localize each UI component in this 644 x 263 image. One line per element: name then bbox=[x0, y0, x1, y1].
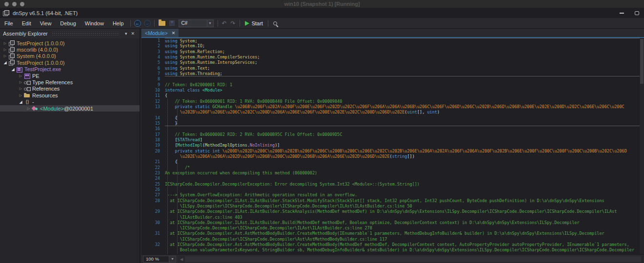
code-line-text: /* bbox=[165, 165, 644, 170]
line-number: 8 bbox=[141, 76, 165, 82]
code-line: \u202E\u206A\u206A\u202D\u206F\u206B\u20… bbox=[141, 154, 644, 159]
start-button[interactable]: Start bbox=[252, 20, 263, 26]
toolbar-separator bbox=[268, 20, 268, 27]
start-debugging-icon[interactable] bbox=[245, 21, 249, 26]
minimize-button[interactable] bbox=[620, 13, 624, 14]
menu-view[interactable]: View bbox=[36, 18, 56, 29]
code-line: 10internal class <Module> bbox=[141, 88, 644, 93]
tree-item[interactable]: ▷Type References bbox=[0, 79, 140, 85]
code-line-text: at ICSharpCode.Decompiler.Ast.AstMethodB… bbox=[165, 231, 644, 236]
code-line-text: at ICSharpCode.Decompiler.ILAst.ILAstBui… bbox=[165, 209, 644, 214]
expander-collapsed-icon[interactable]: ▷ bbox=[18, 80, 23, 84]
panel-menu-icon[interactable]: ▾ bbox=[123, 31, 129, 36]
code-editor[interactable]: 1using System;2using System.IO;3using Sy… bbox=[141, 38, 644, 254]
toolbar-separator bbox=[130, 20, 131, 27]
expander-collapsed-icon[interactable]: ▷ bbox=[18, 94, 23, 97]
code-line: \ILAstBuilder.cs:line 403 bbox=[141, 215, 644, 220]
code-line: 4using System.Runtime.CompilerServices; bbox=[141, 55, 644, 60]
expander-collapsed-icon[interactable]: ▷ bbox=[2, 48, 8, 52]
tab-close-icon[interactable]: ✕ bbox=[172, 31, 176, 36]
expander-collapsed-icon[interactable]: ▷ bbox=[18, 74, 23, 78]
expander-collapsed-icon[interactable]: ▷ bbox=[2, 54, 8, 58]
expander-expanded-icon[interactable]: ◢ bbox=[10, 67, 16, 72]
code-line-text: at ICSharpCode.Decompiler.ILAst.ILAstBui… bbox=[165, 198, 644, 204]
line-number bbox=[141, 154, 165, 159]
code-line-text: [STAThread] bbox=[165, 137, 644, 143]
line-number: 25 bbox=[141, 182, 165, 187]
tree-label: TestProject (1.0.0.0) bbox=[17, 60, 64, 66]
tree-item[interactable]: ◢TestProject (1.0.0.0) bbox=[0, 59, 140, 66]
assembly-icon bbox=[8, 60, 15, 65]
code-line: 11{ bbox=[141, 93, 644, 98]
chevron-down-icon[interactable]: ▼ bbox=[207, 20, 213, 27]
menu-file[interactable]: File bbox=[0, 18, 18, 29]
vm-window-title: win10 (Snapshot 1) [Running] bbox=[0, 1, 644, 7]
code-line: 21 { bbox=[141, 159, 644, 165]
toolbar-separator bbox=[218, 20, 218, 27]
horizontal-scrollbar[interactable]: ◀ bbox=[179, 256, 643, 263]
tree-item[interactable]: ▷PE bbox=[0, 73, 140, 79]
code-line-text: // Token: 0x06000001 RID: 1 RVA: 0x0000B… bbox=[165, 99, 644, 104]
code-line-text: { bbox=[165, 93, 644, 98]
zoom-chevron-down-icon[interactable]: ▼ bbox=[169, 256, 176, 263]
code-line-text: { bbox=[165, 159, 644, 165]
expander-collapsed-icon[interactable]: ▷ bbox=[2, 41, 8, 45]
tree-item[interactable]: ◢TestProject.exe bbox=[0, 66, 140, 73]
indent-guide bbox=[177, 99, 178, 127]
tree-item[interactable]: ▷mscorlib (4.0.0.0) bbox=[0, 46, 140, 53]
folder-icon bbox=[24, 93, 30, 98]
code-line: \u202B\u206F\u206E\u206C\u202C\u200D\u20… bbox=[141, 110, 644, 115]
tree-label: <Module> bbox=[40, 106, 64, 112]
scroll-left-icon[interactable]: ◀ bbox=[180, 257, 183, 262]
code-line: 9// Token: 0x02000001 RID: 1 bbox=[141, 82, 644, 88]
code-line: 15 } bbox=[141, 121, 644, 126]
code-line-text: \u202E\u206A\u206A\u202D\u206F\u206B\u20… bbox=[165, 154, 644, 159]
tree-item[interactable]: ▷System (4.0.0.0) bbox=[0, 53, 140, 59]
line-number: 6 bbox=[141, 66, 165, 71]
tree-item[interactable]: ▷<Module> @02000001 bbox=[0, 105, 140, 112]
menu-help[interactable]: Help bbox=[108, 18, 128, 29]
tree-item[interactable]: ▷References bbox=[0, 86, 140, 92]
code-line-text: An exception occurred when decompiling t… bbox=[165, 170, 644, 176]
line-number: 3 bbox=[141, 49, 165, 55]
editor-area: <Module> ✕ 1using System;2using System.I… bbox=[141, 29, 644, 263]
tree-label: References bbox=[32, 86, 60, 92]
expander-expanded-icon[interactable]: ◢ bbox=[2, 60, 8, 65]
horizontal-scrollbar-thumb[interactable] bbox=[185, 256, 641, 262]
menu-window[interactable]: Window bbox=[80, 18, 108, 29]
line-number: 17 bbox=[141, 132, 165, 137]
code-line: 31 at ICSharpCode.Decompiler.Ast.AstMeth… bbox=[141, 231, 644, 236]
forward-icon: → bbox=[144, 20, 151, 27]
search-icon[interactable] bbox=[273, 21, 277, 25]
code-line-text: \ILSpy.Decompiler\ICSharpCode.Decompiler… bbox=[165, 204, 644, 209]
tree-item[interactable]: ▷TestProject (1.0.0.0) bbox=[0, 40, 140, 46]
tree-item[interactable]: ▷Resources bbox=[0, 92, 140, 98]
line-number: 15 bbox=[141, 121, 165, 126]
braces-icon: { } bbox=[24, 99, 30, 105]
vertical-scrollbar-thumb[interactable] bbox=[640, 39, 644, 84]
code-line-text: private static GCHandle \u206B\u206F\u20… bbox=[165, 104, 644, 110]
maximize-button[interactable] bbox=[635, 11, 639, 15]
menu-debug[interactable]: Debug bbox=[56, 18, 80, 29]
expander-collapsed-icon[interactable]: ▷ bbox=[18, 87, 23, 91]
code-line-text bbox=[165, 126, 644, 132]
tree-label: Resources bbox=[32, 93, 58, 98]
menu-edit[interactable]: Edit bbox=[18, 18, 36, 29]
zoom-level-selector[interactable]: 100 % bbox=[143, 256, 169, 263]
assembly-icon bbox=[8, 40, 15, 46]
tab-label: <Module> bbox=[145, 30, 168, 36]
line-number: 7 bbox=[141, 71, 165, 76]
tree-item[interactable]: ◢{ }- bbox=[0, 99, 140, 105]
open-file-icon[interactable] bbox=[159, 21, 165, 26]
tab-module[interactable]: <Module> ✕ bbox=[141, 29, 179, 37]
panel-close-icon[interactable]: ✕ bbox=[129, 31, 137, 36]
language-selector-value: C# bbox=[179, 20, 207, 26]
back-icon[interactable]: ← bbox=[134, 20, 141, 27]
assembly-explorer-header: Assembly Explorer ▾ ✕ bbox=[0, 29, 140, 38]
code-line-text: at ICSharpCode.Decompiler.Ast.AstMethodB… bbox=[165, 242, 644, 247]
code-line-text bbox=[165, 187, 644, 192]
vertical-scrollbar[interactable] bbox=[640, 38, 644, 254]
expander-collapsed-icon[interactable]: ▷ bbox=[26, 107, 31, 111]
expander-expanded-icon[interactable]: ◢ bbox=[18, 100, 23, 104]
language-selector[interactable]: C# ▼ bbox=[179, 19, 214, 27]
